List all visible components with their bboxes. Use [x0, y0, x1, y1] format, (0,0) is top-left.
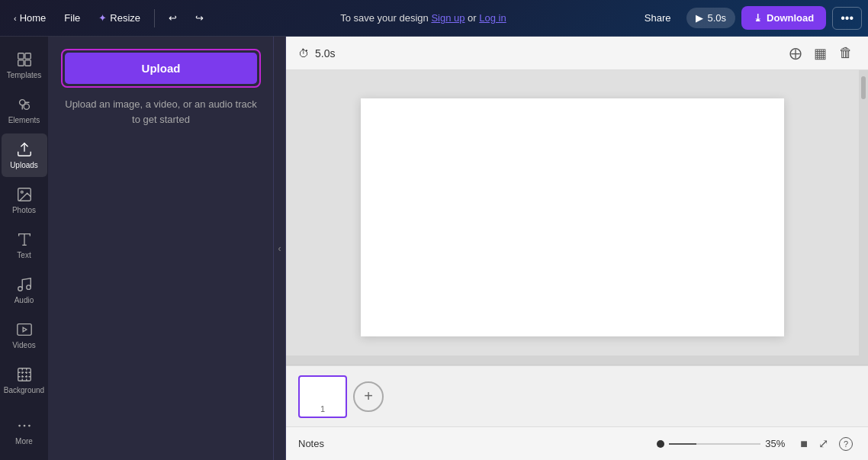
- main-layout: Templates Elements Uploads: [0, 37, 868, 460]
- videos-label: Videos: [12, 341, 35, 349]
- sidebar: Templates Elements Uploads: [0, 37, 49, 460]
- scroll-thumb: [861, 76, 866, 99]
- back-arrow-icon: ‹: [14, 14, 17, 23]
- templates-icon: [16, 51, 33, 68]
- sidebar-item-videos[interactable]: Videos: [2, 314, 47, 357]
- play-icon: ▶: [696, 12, 703, 24]
- zoom-dot: [657, 440, 664, 448]
- canvas-page: [361, 98, 784, 336]
- plus-icon: +: [364, 388, 373, 405]
- templates-label: Templates: [7, 71, 42, 79]
- svg-point-12: [26, 285, 31, 290]
- vertical-scrollbar[interactable]: [859, 70, 868, 365]
- fullscreen-icon: ⤢: [818, 437, 828, 450]
- navbar: ‹ Home File ✦ Resize ↩ ↪ To save your de…: [0, 0, 868, 37]
- add-page-icon-btn[interactable]: ⨁: [786, 42, 805, 64]
- page-number-1: 1: [320, 404, 325, 413]
- zoom-percent: 35%: [765, 438, 792, 449]
- undo-button[interactable]: ↩: [161, 8, 185, 28]
- uploads-panel: Upload Upload an image, a video, or an a…: [49, 37, 274, 460]
- delete-page-btn[interactable]: 🗑: [836, 42, 856, 64]
- copy-page-btn[interactable]: ▦: [811, 42, 830, 65]
- upload-hint: Upload an image, a video, or an audio tr…: [61, 97, 261, 127]
- sidebar-item-text[interactable]: Text: [2, 224, 47, 267]
- sidebar-item-audio[interactable]: Audio: [2, 269, 47, 312]
- fullscreen-btn[interactable]: ⤢: [815, 433, 831, 454]
- svg-rect-0: [18, 53, 23, 59]
- text-label: Text: [17, 251, 31, 259]
- audio-label: Audio: [14, 296, 34, 304]
- sidebar-item-templates[interactable]: Templates: [2, 43, 47, 87]
- file-label: File: [64, 12, 80, 24]
- svg-point-8: [21, 191, 23, 193]
- collapse-icon: ‹: [278, 243, 281, 254]
- canvas-toolbar-left: ⏱ 5.0s: [298, 47, 335, 60]
- login-link[interactable]: Log in: [479, 12, 506, 24]
- home-label: Home: [20, 12, 47, 24]
- more-icon: •••: [841, 11, 854, 24]
- canvas-area: ⏱ 5.0s ⨁ ▦ 🗑: [286, 37, 868, 460]
- play-time: 5.0s: [708, 12, 727, 24]
- photos-label: Photos: [12, 206, 36, 214]
- redo-icon: ↪: [195, 12, 204, 24]
- fit-page-btn[interactable]: ■: [797, 434, 811, 454]
- sidebar-item-background[interactable]: Background: [2, 359, 47, 402]
- clock-icon: ⏱: [298, 47, 309, 60]
- nav-divider: [154, 9, 155, 27]
- resize-button[interactable]: ✦ Resize: [91, 8, 148, 28]
- canvas-scroll-area[interactable]: [286, 70, 859, 365]
- background-label: Background: [4, 386, 44, 394]
- canvas-toolbar: ⏱ 5.0s ⨁ ▦ 🗑: [286, 37, 868, 70]
- collapse-handle[interactable]: ‹: [274, 37, 286, 460]
- filmstrip: 1 +: [286, 365, 868, 426]
- help-btn[interactable]: ?: [836, 433, 856, 454]
- sidebar-item-elements[interactable]: Elements: [2, 88, 47, 132]
- audio-icon: [16, 276, 33, 293]
- help-icon: ?: [839, 437, 853, 451]
- resize-icon: ✦: [98, 12, 107, 24]
- more-options-button[interactable]: •••: [832, 7, 862, 30]
- upload-button-wrapper: Upload: [61, 49, 261, 88]
- download-icon: ⤓: [754, 12, 762, 24]
- canvas-duration: 5.0s: [315, 47, 335, 60]
- sidebar-item-uploads[interactable]: Uploads: [2, 133, 47, 177]
- download-button[interactable]: ⤓ Download: [741, 6, 826, 30]
- uploads-label: Uploads: [10, 161, 38, 169]
- elements-label: Elements: [8, 116, 40, 124]
- trash-icon: 🗑: [839, 45, 853, 60]
- play-button[interactable]: ▶ 5.0s: [686, 8, 736, 28]
- download-label: Download: [767, 12, 814, 24]
- svg-rect-3: [24, 60, 30, 66]
- zoom-slider-track[interactable]: [669, 443, 760, 445]
- svg-rect-14: [18, 368, 31, 381]
- svg-rect-1: [24, 53, 30, 59]
- filmstrip-area: 1 +: [286, 365, 868, 426]
- add-page-button[interactable]: +: [353, 381, 384, 412]
- svg-point-5: [24, 104, 29, 109]
- uploads-icon: [16, 141, 33, 158]
- sidebar-item-more[interactable]: More: [2, 410, 47, 453]
- svg-point-20: [23, 425, 25, 427]
- signup-link[interactable]: Sign up: [431, 12, 465, 24]
- videos-icon: [16, 321, 33, 338]
- svg-point-19: [18, 425, 21, 427]
- nav-right: Share ▶ 5.0s ⤓ Download •••: [635, 6, 862, 30]
- filmstrip-page-1[interactable]: 1: [298, 375, 347, 418]
- add-page-icon: ⨁: [789, 47, 802, 60]
- resize-label: Resize: [110, 12, 140, 24]
- sidebar-item-photos[interactable]: Photos: [2, 179, 47, 222]
- zoom-controls: 35% ■ ⤢ ?: [657, 433, 856, 454]
- horizontal-scrollbar[interactable]: [286, 355, 859, 365]
- redo-button[interactable]: ↪: [188, 8, 211, 28]
- text-icon: [16, 231, 33, 248]
- background-icon: [16, 366, 33, 383]
- share-button[interactable]: Share: [635, 8, 680, 28]
- more-sidebar-icon: [16, 417, 33, 434]
- file-button[interactable]: File: [56, 8, 88, 28]
- upload-button[interactable]: Upload: [65, 53, 257, 84]
- home-button[interactable]: ‹ Home: [6, 8, 53, 28]
- svg-point-21: [28, 425, 31, 427]
- elements-icon: [16, 96, 33, 113]
- bottom-bar: Notes 35% ■ ⤢ ?: [286, 426, 868, 460]
- svg-rect-2: [18, 60, 23, 66]
